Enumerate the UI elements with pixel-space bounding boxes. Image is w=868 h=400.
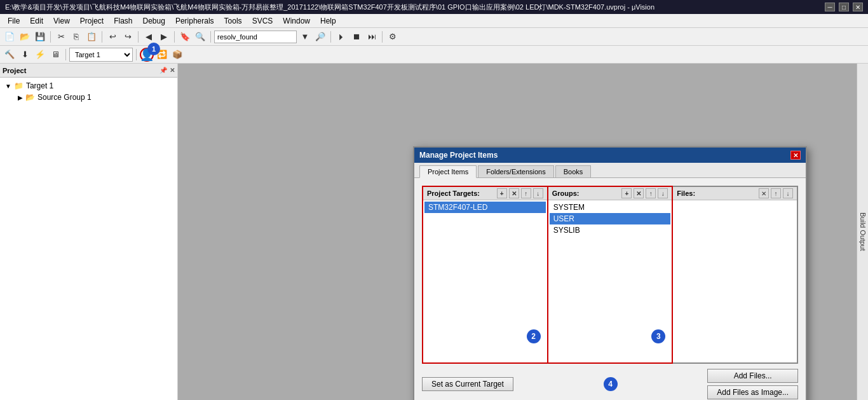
separator-3 (138, 31, 139, 43)
window-controls: ─ □ ✕ (825, 3, 863, 11)
menu-item-flash[interactable]: Flash (109, 15, 137, 27)
expand-icon-2: ▶ (18, 94, 23, 101)
tab-books[interactable]: Books (555, 165, 592, 177)
menu-item-project[interactable]: Project (75, 15, 109, 27)
search-input[interactable] (214, 31, 297, 43)
add-files-button[interactable]: Add Files... (707, 369, 798, 383)
save-button[interactable]: 💾 (33, 30, 47, 44)
copy-button[interactable]: ⎘ (69, 30, 83, 44)
groups-header: Groups: + ✕ ↑ ↓ (548, 187, 672, 200)
project-panel-header: Project 📌 ✕ (0, 64, 177, 78)
separator-5 (210, 31, 211, 43)
project-tree: ▼ 📁 Target 1 ▶ 📂 Source Group 1 (0, 78, 177, 106)
cut-button[interactable]: ✂ (54, 30, 68, 44)
separator-6 (330, 31, 331, 43)
target-select[interactable]: Target 1 (69, 48, 133, 62)
project-panel-title: Project (3, 67, 26, 74)
new-file-button[interactable]: 📄 (3, 30, 17, 44)
tb2-build-button[interactable]: 🔨 (3, 48, 17, 62)
annotation-badge-4: 4 (604, 377, 618, 391)
files-up-button[interactable]: ↑ (771, 188, 781, 198)
menu-item-tools[interactable]: Tools (219, 15, 247, 27)
tb2-load-button[interactable]: ⬇ (18, 48, 32, 62)
paste-button[interactable]: 📋 (85, 30, 98, 44)
dialog-close-button[interactable]: ✕ (790, 151, 801, 160)
redo-button[interactable]: ↪ (121, 30, 135, 44)
main-area: Project 📌 ✕ ▼ 📁 Target 1 ▶ 📂 Source Grou… (0, 64, 868, 400)
dialog-tabs: Project Items Folders/Extensions Books (414, 163, 806, 178)
window-title: E:\教学&项目开发\开发项目\飞航科技M4物联网实验箱\飞航M4物联网实验箱-… (5, 3, 825, 12)
close-button[interactable]: ✕ (853, 3, 863, 11)
groups-delete-button[interactable]: ✕ (634, 188, 644, 198)
panel-close-icon[interactable]: ✕ (170, 67, 175, 74)
files-header-icons: ✕ ↑ ↓ (759, 188, 793, 198)
groups-label: Groups: (552, 190, 580, 197)
group-item-user[interactable]: USER (550, 213, 671, 224)
title-bar: E:\教学&项目开发\开发项目\飞航科技M4物联网实验箱\飞航M4物联网实验箱-… (0, 0, 868, 14)
separator-2 (102, 31, 102, 43)
expand-icon: ▼ (5, 83, 11, 90)
tree-item-target[interactable]: ▼ 📁 Target 1 (3, 80, 175, 92)
menu-item-edit[interactable]: Edit (25, 15, 48, 27)
groups-panel: Groups: + ✕ ↑ ↓ SYSTEM USER SYSLIB (548, 186, 674, 364)
run-button[interactable]: ⏵ (334, 30, 348, 44)
manage-project-items-dialog: Manage Project Items ✕ Project Items Fol… (413, 146, 807, 400)
find-button[interactable]: 🔍 (193, 30, 207, 44)
step-button[interactable]: ⏭ (365, 30, 379, 44)
target-item-stm32[interactable]: STM32F407-LED (424, 202, 546, 213)
columns-wrapper: Project Targets: + ✕ ↑ ↓ STM32F407-LED (422, 186, 798, 364)
separator-4 (174, 31, 175, 43)
targets-down-button[interactable]: ↓ (533, 188, 543, 198)
nav-forward-button[interactable]: ▶ (157, 30, 171, 44)
target-icon: 📁 (14, 81, 24, 90)
targets-header-icons: + ✕ ↑ ↓ (497, 188, 543, 198)
targets-up-button[interactable]: ↑ (521, 188, 531, 198)
bottom-right-area: Add Files... Add Files as Image... (707, 369, 798, 399)
groups-down-button[interactable]: ↓ (658, 188, 668, 198)
settings-button[interactable]: ⚙ (386, 30, 400, 44)
group-item-syslib[interactable]: SYSLIB (550, 224, 671, 236)
bookmark-button[interactable]: 🔖 (178, 30, 192, 44)
group-item-system[interactable]: SYSTEM (550, 202, 671, 213)
undo-button[interactable]: ↩ (105, 30, 119, 44)
panel-header-controls: 📌 ✕ (159, 67, 175, 74)
groups-up-button[interactable]: ↑ (646, 188, 656, 198)
project-targets-label: Project Targets: (427, 190, 480, 197)
menu-item-view[interactable]: View (48, 15, 75, 27)
menu-item-window[interactable]: Window (278, 15, 315, 27)
stop-button[interactable]: ⏹ (349, 30, 363, 44)
files-down-button[interactable]: ↓ (783, 188, 793, 198)
project-targets-panel: Project Targets: + ✕ ↑ ↓ STM32F407-LED (422, 186, 548, 364)
tb2-chip-button[interactable]: 🖥 (48, 48, 62, 62)
set-current-target-button[interactable]: Set as Current Target (422, 377, 513, 391)
menu-item-debug[interactable]: Debug (138, 15, 170, 27)
project-targets-header: Project Targets: + ✕ ↑ ↓ (423, 187, 547, 200)
toolbar-1: 📄 📂 💾 ✂ ⎘ 📋 ↩ ↪ ◀ ▶ 🔖 🔍 ▼ 🔎 ⏵ ⏹ ⏭ ⚙ (0, 28, 868, 46)
menu-item-svcs[interactable]: SVCS (247, 15, 278, 27)
menu-item-help[interactable]: Help (315, 15, 341, 27)
tab-project-items[interactable]: Project Items (419, 165, 477, 178)
add-files-as-image-button[interactable]: Add Files as Image... (707, 385, 798, 399)
targets-new-button[interactable]: + (497, 188, 507, 198)
files-delete-button[interactable]: ✕ (759, 188, 769, 198)
pin-icon[interactable]: 📌 (159, 67, 167, 74)
search-go-button[interactable]: ▼ (298, 30, 312, 44)
toolbar-2: 🔨 ⬇ ⚡ 🖥 Target 1 👤 1 🔁 📦 (0, 46, 868, 64)
files-header: Files: ✕ ↑ ↓ (673, 187, 797, 200)
open-button[interactable]: 📂 (18, 30, 32, 44)
dialog-content: Project Targets: + ✕ ↑ ↓ STM32F407-LED (414, 178, 806, 400)
source-group-icon: 📂 (25, 93, 35, 102)
minimize-button[interactable]: ─ (825, 3, 835, 11)
nav-back-button[interactable]: ◀ (142, 30, 156, 44)
targets-delete-button[interactable]: ✕ (509, 188, 519, 198)
tb2-flash-button[interactable]: ⚡ (33, 48, 47, 62)
groups-new-button[interactable]: + (621, 188, 632, 198)
tree-item-source-group[interactable]: ▶ 📂 Source Group 1 (3, 92, 175, 103)
build-output-panel[interactable]: Build Output (857, 64, 868, 400)
zoom-button[interactable]: 🔎 (313, 30, 327, 44)
tb2-extras-button[interactable]: 📦 (170, 48, 184, 62)
menu-item-file[interactable]: File (3, 15, 25, 27)
menu-item-peripherals[interactable]: Peripherals (170, 15, 219, 27)
tab-folders-extensions[interactable]: Folders/Extensions (478, 165, 554, 177)
maximize-button[interactable]: □ (839, 3, 849, 11)
